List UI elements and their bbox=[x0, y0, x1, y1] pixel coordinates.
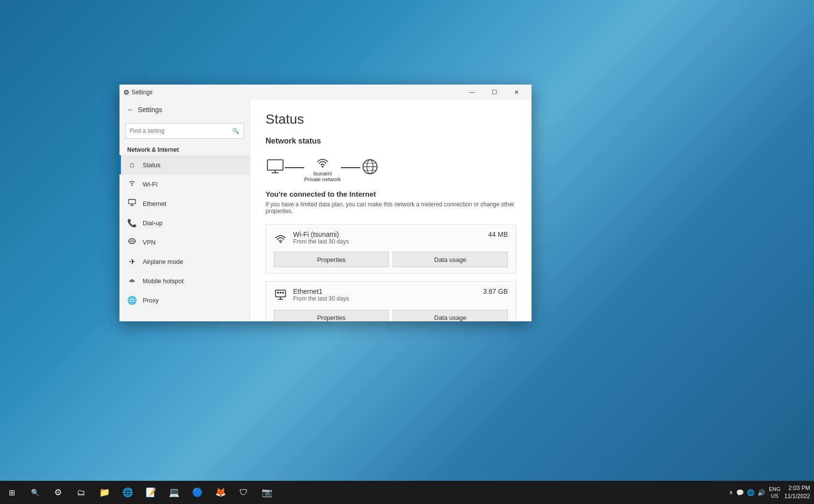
network-diagram: tsunami Private network bbox=[266, 153, 516, 182]
wifi-card: Wi-Fi (tsunami) From the last 30 days 44… bbox=[266, 224, 516, 274]
globe-icon bbox=[360, 157, 380, 178]
settings-window: ⚙ Settings — ☐ ✕ ← Settings 🔍 Network bbox=[119, 85, 532, 321]
close-button[interactable]: ✕ bbox=[505, 85, 528, 100]
wifi-card-buttons: Properties Data usage bbox=[274, 252, 508, 273]
taskbar-teams-icon[interactable]: 🔵 bbox=[186, 481, 209, 504]
sidebar-item-ethernet[interactable]: Ethernet bbox=[119, 194, 250, 213]
proxy-icon: 🌐 bbox=[127, 296, 137, 305]
wifi-datausage-button[interactable]: Data usage bbox=[393, 252, 508, 267]
sidebar: ← Settings 🔍 Network & Internet ⌂ Status bbox=[119, 100, 250, 321]
taskbar-edge-icon[interactable]: 🌐 bbox=[116, 481, 139, 504]
ethernet-card-data: 3.87 GB bbox=[483, 288, 508, 295]
sidebar-label-vpn: VPN bbox=[143, 239, 156, 246]
page-title: Status bbox=[266, 112, 516, 127]
taskbar-vscode-icon[interactable]: 💻 bbox=[163, 481, 186, 504]
main-content: Status Network status bbox=[250, 100, 532, 321]
sidebar-item-vpn[interactable]: VPN bbox=[119, 232, 250, 252]
svg-rect-1 bbox=[129, 200, 135, 204]
network-center: tsunami Private network bbox=[304, 153, 341, 182]
net-line-1 bbox=[285, 167, 304, 168]
svg-point-17 bbox=[280, 242, 281, 243]
lang-region: US bbox=[769, 492, 781, 499]
ethernet-card-icon bbox=[274, 288, 287, 304]
search-icon: 🔍 bbox=[232, 128, 239, 134]
wifi-card-data: 44 MB bbox=[488, 230, 508, 238]
svg-point-7 bbox=[132, 281, 133, 283]
sidebar-item-status[interactable]: ⌂ Status bbox=[119, 155, 250, 174]
ethernet-icon bbox=[127, 199, 137, 208]
sidebar-label-proxy: Proxy bbox=[143, 297, 159, 304]
search-input[interactable] bbox=[130, 128, 232, 134]
airplane-icon: ✈ bbox=[127, 257, 137, 266]
window-title: Settings bbox=[132, 89, 152, 96]
svg-point-0 bbox=[132, 185, 133, 186]
back-button[interactable]: ← Settings bbox=[119, 100, 250, 119]
sidebar-section-title: Network & Internet bbox=[119, 143, 250, 155]
svg-point-11 bbox=[322, 166, 324, 168]
start-button[interactable]: ⊞ bbox=[0, 481, 23, 504]
sidebar-label-dialup: Dial-up bbox=[143, 219, 163, 227]
search-box[interactable]: 🔍 bbox=[125, 123, 244, 139]
ethernet-card-sub: From the last 30 days bbox=[293, 295, 483, 302]
taskbar-settings-icon[interactable]: ⚙ bbox=[46, 481, 70, 504]
dialup-icon: 📞 bbox=[127, 218, 137, 228]
wifi-card-name: Wi-Fi (tsunami) bbox=[293, 230, 488, 238]
wifi-properties-button[interactable]: Properties bbox=[274, 252, 389, 267]
network-type: Private network bbox=[304, 176, 341, 182]
sidebar-label-wifi: Wi-Fi bbox=[143, 181, 157, 188]
settings-title-icon: ⚙ bbox=[123, 88, 130, 96]
home-icon: ⌂ bbox=[127, 160, 137, 169]
network-name: tsunami bbox=[313, 171, 332, 176]
hotspot-icon bbox=[127, 276, 137, 286]
taskbar-clock[interactable]: 2:03 PM 11/1/2022 bbox=[784, 484, 810, 501]
sidebar-label-hotspot: Mobile hotspot bbox=[143, 277, 184, 285]
ethernet-card-name: Ethernet1 bbox=[293, 288, 483, 295]
clock-date: 11/1/2022 bbox=[784, 492, 810, 501]
taskbar-shield-icon[interactable]: 🛡 bbox=[232, 481, 255, 504]
sidebar-label-status: Status bbox=[143, 161, 161, 169]
svg-rect-8 bbox=[267, 160, 283, 171]
back-label: Settings bbox=[138, 106, 163, 114]
sidebar-label-airplane: Airplane mode bbox=[143, 258, 183, 265]
chevron-up-icon[interactable]: ∧ bbox=[729, 489, 733, 496]
minimize-button[interactable]: — bbox=[461, 85, 483, 100]
sidebar-item-proxy[interactable]: 🌐 Proxy bbox=[119, 290, 250, 310]
sidebar-item-dialup[interactable]: 📞 Dial-up bbox=[119, 213, 250, 232]
ethernet-card-info: Ethernet1 From the last 30 days bbox=[293, 288, 483, 302]
wifi-card-info: Wi-Fi (tsunami) From the last 30 days bbox=[293, 230, 488, 245]
maximize-button[interactable]: ☐ bbox=[483, 85, 505, 100]
ethernet-card-buttons: Properties Data usage bbox=[274, 310, 508, 321]
vpn-icon bbox=[127, 237, 137, 247]
sidebar-item-hotspot[interactable]: Mobile hotspot bbox=[119, 271, 250, 290]
window-titlebar: ⚙ Settings — ☐ ✕ bbox=[119, 85, 532, 100]
computer-icon bbox=[266, 158, 285, 177]
taskbar-camera-icon[interactable]: 📷 bbox=[255, 481, 279, 504]
taskbar-search-button[interactable]: 🔍 bbox=[23, 481, 46, 504]
ethernet-card-header: Ethernet1 From the last 30 days 3.87 GB bbox=[274, 288, 508, 304]
sidebar-item-wifi[interactable]: Wi-Fi bbox=[119, 174, 250, 194]
svg-rect-18 bbox=[276, 290, 286, 297]
taskbar-firefox-icon[interactable]: 🦊 bbox=[209, 481, 232, 504]
ethernet-properties-button[interactable]: Properties bbox=[274, 310, 389, 321]
taskbar-sys-icons: ∧ 💬 🌐 🔊 bbox=[729, 489, 765, 496]
wifi-card-sub: From the last 30 days bbox=[293, 238, 488, 245]
volume-icon[interactable]: 🔊 bbox=[757, 489, 765, 496]
sidebar-label-ethernet: Ethernet bbox=[143, 200, 166, 207]
taskbar-files-icon[interactable]: 📁 bbox=[93, 481, 116, 504]
svg-rect-22 bbox=[280, 292, 281, 293]
connected-sub: If you have a limited data plan, you can… bbox=[266, 201, 516, 215]
taskbar-apps: ⚙ 🗂 📁 🌐 📝 💻 🔵 🦊 🛡 📷 bbox=[46, 481, 279, 504]
chat-icon[interactable]: 💬 bbox=[736, 489, 744, 496]
taskbar-language[interactable]: ENG US bbox=[769, 486, 781, 500]
svg-rect-21 bbox=[277, 292, 279, 293]
network-tray-icon[interactable]: 🌐 bbox=[747, 489, 755, 496]
desktop: ⚙ Settings — ☐ ✕ ← Settings 🔍 Network bbox=[0, 0, 814, 504]
sidebar-item-airplane[interactable]: ✈ Airplane mode bbox=[119, 252, 250, 271]
taskbar-terminal-icon[interactable]: 📝 bbox=[139, 481, 163, 504]
net-line-2 bbox=[341, 167, 360, 168]
wifi-card-icon bbox=[274, 231, 287, 246]
ethernet-card: Ethernet1 From the last 30 days 3.87 GB … bbox=[266, 281, 516, 321]
taskbar-right: ∧ 💬 🌐 🔊 ENG US 2:03 PM 11/1/2022 bbox=[729, 484, 814, 501]
taskbar-store-icon[interactable]: 🗂 bbox=[70, 481, 93, 504]
ethernet-datausage-button[interactable]: Data usage bbox=[393, 310, 508, 321]
